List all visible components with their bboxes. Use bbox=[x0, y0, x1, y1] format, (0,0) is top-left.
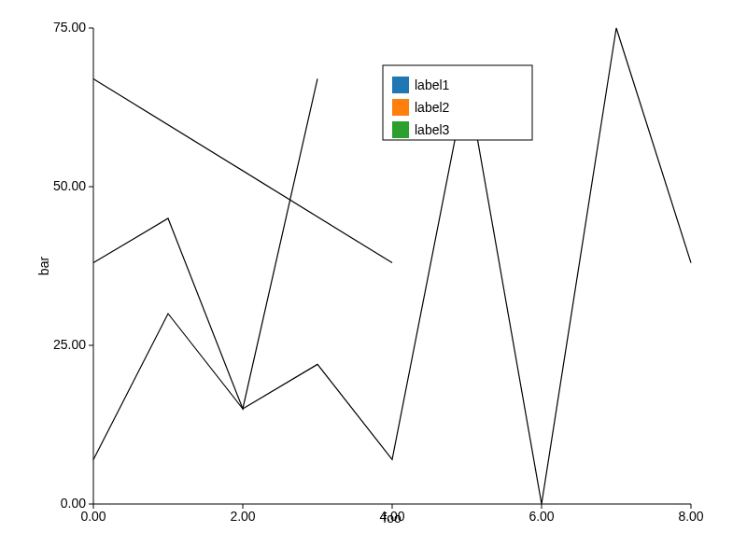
legend-label-1: label2 bbox=[415, 100, 450, 115]
legend-label-0: label1 bbox=[415, 77, 450, 92]
legend-swatch-0 bbox=[392, 77, 409, 93]
legend-swatch-1 bbox=[392, 99, 409, 116]
y-axis-label: bar bbox=[36, 257, 51, 276]
legend-label-2: label3 bbox=[415, 122, 450, 137]
chart-svg: 0.002.004.006.008.000.0025.0050.0075.00f… bbox=[0, 0, 747, 560]
legend-swatch-2 bbox=[392, 121, 409, 138]
x-tick-label: 2.00 bbox=[230, 509, 255, 524]
legend: label1label2label3 bbox=[383, 65, 532, 140]
y-tick-label: 25.00 bbox=[53, 337, 86, 352]
y-tick-label: 75.00 bbox=[53, 20, 86, 35]
series-line-2 bbox=[93, 78, 392, 262]
series-line-1 bbox=[93, 78, 317, 409]
x-tick-label: 6.00 bbox=[529, 509, 554, 524]
y-tick-label: 0.00 bbox=[61, 496, 86, 511]
x-axis-label: foo bbox=[383, 511, 402, 525]
x-tick-label: 0.00 bbox=[80, 509, 106, 524]
x-tick-label: 8.00 bbox=[678, 509, 703, 524]
chart-container: 0.002.004.006.008.000.0025.0050.0075.00f… bbox=[0, 0, 747, 560]
y-tick-label: 50.00 bbox=[53, 178, 86, 193]
